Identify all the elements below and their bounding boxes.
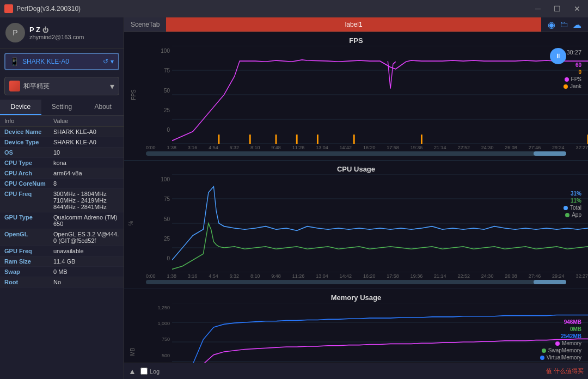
info-row-value: 300MHz - 1804MHz 710MHz - 2419MHz 844MHz… xyxy=(53,191,119,210)
info-row-value: 10 xyxy=(53,149,119,156)
game-icon xyxy=(9,81,20,91)
fps-scrollbar[interactable] xyxy=(146,151,566,156)
info-table-header: Info Value xyxy=(0,115,124,127)
cpu-chart-svg-wrapper: 31% 11% Total App xyxy=(172,174,588,272)
expand-button[interactable]: ▲ xyxy=(128,367,136,376)
fps-scrollbar-thumb xyxy=(534,151,566,156)
content-area: SceneTab label1 ◉ 🗀 ☁ FPS FPS 1007550250 xyxy=(124,17,588,379)
info-row: GPU Frequnavailable xyxy=(0,246,124,256)
device-icon: 📱 xyxy=(10,57,19,66)
info-row-value: Qualcomm Adreno (TM) 650 xyxy=(53,214,119,227)
info-row: CPU Typekona xyxy=(0,158,124,168)
info-row-label: OS xyxy=(4,149,53,156)
info-row: CPU Freq300MHz - 1804MHz 710MHz - 2419MH… xyxy=(0,189,124,212)
avatar: P xyxy=(5,23,25,42)
info-row: Device NameSHARK KLE-A0 xyxy=(0,127,124,137)
info-row-value: 11.4 GB xyxy=(53,258,119,265)
cpu-legend-total-label: Total xyxy=(564,205,581,211)
info-row-value: unavailable xyxy=(53,248,119,254)
info-row: CPU Archarm64-v8a xyxy=(0,168,124,179)
cpu-scrollbar-thumb xyxy=(534,280,566,284)
info-row-value: 8 xyxy=(53,180,119,187)
scene-tab-label[interactable]: SceneTab xyxy=(124,17,166,32)
info-row: OS10 xyxy=(0,148,124,158)
fps-x-axis: 0:001:383:164:546:328:109:4811:2613:0414… xyxy=(124,144,588,151)
title-controls: ─ ☐ ✕ xyxy=(532,3,584,14)
cpu-legend-app-label: App xyxy=(565,212,581,218)
info-row: Device TypeSHARK KLE-A0 xyxy=(0,137,124,148)
memory-legend-virtual: 2542MB xyxy=(561,333,581,339)
log-checkbox-input[interactable] xyxy=(140,368,148,375)
cpu-y-axis: 1007550250 xyxy=(150,174,172,272)
memory-chart-container: Memory Usage MB 1,2501,0007505002500 xyxy=(124,289,588,363)
header-icons: ◉ 🗀 ☁ xyxy=(541,20,588,30)
memory-legend-memory: 946MB xyxy=(564,319,581,325)
cpu-x-axis: 0:001:383:164:546:328:109:4811:2613:0414… xyxy=(124,272,588,280)
bottom-bar: ▲ Log 值 什么值得买 xyxy=(124,363,588,379)
info-rows: Device NameSHARK KLE-A0Device TypeSHARK … xyxy=(0,127,124,288)
pause-button[interactable]: ⏸ xyxy=(550,48,566,64)
device-actions: ↺ ▾ xyxy=(103,58,114,65)
memory-chart-svg xyxy=(172,303,588,363)
title-bar-left: PerfDog(v3.4.200310) xyxy=(4,4,81,13)
game-selector[interactable]: 和平精英 ▾ xyxy=(4,77,119,95)
info-row-value: OpenGL ES 3.2 V@444.0 (GIT@f5cd52f xyxy=(53,231,119,244)
memory-y-label: MB xyxy=(130,348,136,356)
user-info: P Z ⏻ zhymind2@163.com xyxy=(29,26,118,40)
maximize-button[interactable]: ☐ xyxy=(550,3,564,14)
cpu-scrollbar[interactable] xyxy=(146,280,566,284)
game-dropdown-icon[interactable]: ▾ xyxy=(110,81,114,91)
info-row: RootNo xyxy=(0,277,124,288)
info-row-label: OpenGL xyxy=(4,231,53,237)
info-row-label: Root xyxy=(4,279,53,285)
info-row-label: GPU Freq xyxy=(4,248,53,254)
info-row-label: CPU Freq xyxy=(4,191,53,197)
active-scene-label: label1 xyxy=(166,17,541,32)
info-row: CPU CoreNum8 xyxy=(0,179,124,189)
location-icon[interactable]: ◉ xyxy=(548,20,555,30)
fps-y-label: FPS xyxy=(131,89,137,100)
fps-legend-fps-label: FPS xyxy=(565,76,581,82)
info-table: Info Value Device NameSHARK KLE-A0Device… xyxy=(0,115,124,379)
fps-chart-svg xyxy=(172,46,588,144)
fps-legend-fps: 60 xyxy=(575,62,581,68)
tab-about[interactable]: About xyxy=(82,100,124,115)
cloud-icon[interactable]: ☁ xyxy=(573,20,581,30)
folder-icon[interactable]: 🗀 xyxy=(560,20,568,29)
memory-chart-svg-wrapper: 946MB 0MB 2542MB Memory xyxy=(172,303,588,363)
log-checkbox: Log xyxy=(140,368,160,375)
info-row-label: GPU Type xyxy=(4,214,53,221)
user-section: P P Z ⏻ zhymind2@163.com xyxy=(0,17,124,48)
col-info-header: Info xyxy=(4,118,53,124)
close-button[interactable]: ✕ xyxy=(571,3,584,14)
fps-y-axis: 1007550250 xyxy=(150,46,172,144)
memory-legend-swap: 0MB xyxy=(570,326,581,332)
info-row: Swap0 MB xyxy=(0,267,124,277)
memory-chart-inner: MB 1,2501,0007505002500 xyxy=(124,303,588,363)
info-row: OpenGLOpenGL ES 3.2 V@444.0 (GIT@f5cd52f xyxy=(0,229,124,246)
tab-setting[interactable]: Setting xyxy=(41,100,83,115)
cpu-chart-container: CPU Usage % 1007550250 xyxy=(124,161,588,289)
info-row-label: Device Type xyxy=(4,139,53,145)
title-bar: PerfDog(v3.4.200310) ─ ☐ ✕ xyxy=(0,0,588,17)
info-row-value: SHARK KLE-A0 xyxy=(53,139,119,145)
user-name: P Z ⏻ xyxy=(29,26,118,34)
device-selector[interactable]: 📱 SHARK KLE-A0 ↺ ▾ xyxy=(4,53,119,70)
info-row-label: CPU CoreNum xyxy=(4,180,53,187)
fps-chart-container: FPS FPS 1007550250 xyxy=(124,32,588,161)
info-row-label: CPU Arch xyxy=(4,170,53,176)
fps-legend-jank-label: Jank xyxy=(564,83,581,89)
info-row-value: No xyxy=(53,279,119,285)
tab-device[interactable]: Device xyxy=(0,100,41,115)
cpu-y-label: % xyxy=(128,221,134,226)
memory-legend: 946MB 0MB 2542MB Memory xyxy=(540,319,581,360)
minimize-button[interactable]: ─ xyxy=(532,3,544,14)
info-row-label: Device Name xyxy=(4,129,53,135)
fps-chart-svg-wrapper: 60 0 FPS Jank xyxy=(172,46,588,144)
app-icon xyxy=(4,4,13,13)
avatar-initial: P xyxy=(13,28,17,37)
device-refresh-icon[interactable]: ↺ xyxy=(103,58,108,65)
scene-tab-bar: SceneTab label1 ◉ 🗀 ☁ xyxy=(124,17,588,32)
device-dropdown-icon[interactable]: ▾ xyxy=(111,58,114,65)
sidebar: P P Z ⏻ zhymind2@163.com 📱 SHARK KLE-A0 … xyxy=(0,17,124,379)
